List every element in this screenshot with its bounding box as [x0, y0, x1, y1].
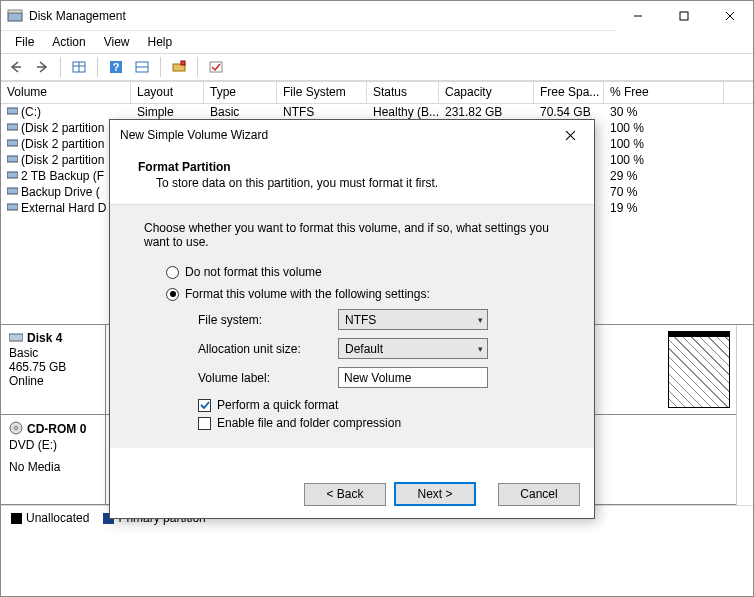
volume-icon [7, 105, 19, 119]
toolbar: ? [1, 53, 753, 81]
cancel-button[interactable]: Cancel [498, 483, 580, 506]
back-button[interactable]: < Back [304, 483, 386, 506]
svg-rect-18 [7, 108, 18, 114]
svg-rect-24 [7, 204, 18, 210]
check-icon[interactable] [205, 56, 227, 78]
svg-rect-0 [8, 13, 22, 21]
dialog-title: New Simple Volume Wizard [120, 128, 554, 142]
table-row[interactable]: (C:) Simple Basic NTFS Healthy (B... 231… [1, 104, 753, 120]
checkbox-compression[interactable]: Enable file and folder compression [198, 416, 566, 430]
col-layout[interactable]: Layout [131, 82, 204, 103]
menu-help[interactable]: Help [140, 33, 181, 51]
volume-icon [7, 185, 19, 199]
checkbox-label: Perform a quick format [217, 398, 338, 412]
label-volume-label: Volume label: [198, 371, 338, 385]
cell-type: Basic [204, 105, 277, 119]
cell-status: Healthy (B... [367, 105, 439, 119]
cell-volume: Backup Drive ( [21, 185, 100, 199]
chevron-down-icon: ▾ [478, 344, 483, 354]
volume-icon [7, 137, 19, 151]
cell-pctfree: 70 % [604, 185, 724, 199]
svg-rect-3 [680, 12, 688, 20]
col-volume[interactable]: Volume [1, 82, 131, 103]
dialog-instruction: Choose whether you want to format this v… [144, 221, 566, 249]
grid-icon[interactable] [68, 56, 90, 78]
svg-rect-21 [7, 156, 18, 162]
svg-rect-23 [7, 188, 18, 194]
disk-icon [9, 331, 23, 346]
disk-sub: DVD (E:) [9, 438, 97, 452]
cell-volume: (Disk 2 partition [21, 153, 104, 167]
radio-format[interactable]: Format this volume with the following se… [166, 287, 566, 301]
disk-status: Online [9, 374, 97, 388]
checkbox-icon [198, 399, 211, 412]
cell-pctfree: 100 % [604, 121, 724, 135]
checkbox-quick-format[interactable]: Perform a quick format [198, 398, 566, 412]
cell-free: 70.54 GB [534, 105, 604, 119]
minimize-button[interactable] [615, 1, 661, 31]
svg-point-27 [15, 427, 18, 430]
maximize-button[interactable] [661, 1, 707, 31]
dialog-heading: Format Partition [138, 160, 574, 174]
col-free[interactable]: Free Spa... [534, 82, 604, 103]
label-allocation: Allocation unit size: [198, 342, 338, 356]
window-title: Disk Management [29, 9, 615, 23]
cell-pctfree: 19 % [604, 201, 724, 215]
cell-pctfree: 30 % [604, 105, 724, 119]
dialog-subtitle: To store data on this partition, you mus… [156, 176, 574, 190]
select-filesystem[interactable]: NTFS ▾ [338, 309, 488, 330]
cell-fs: NTFS [277, 105, 367, 119]
svg-text:?: ? [113, 61, 120, 73]
svg-rect-25 [9, 334, 23, 341]
svg-rect-1 [8, 10, 22, 13]
select-value: Default [345, 342, 383, 356]
legend-unallocated: Unallocated [26, 511, 89, 525]
cell-volume: (Disk 2 partition [21, 137, 104, 151]
next-button[interactable]: Next > [394, 482, 476, 506]
back-icon[interactable] [5, 56, 27, 78]
cell-pctfree: 29 % [604, 169, 724, 183]
col-pctfree[interactable]: % Free [604, 82, 724, 103]
menu-view[interactable]: View [96, 33, 138, 51]
select-value: NTFS [345, 313, 376, 327]
disk-info-block[interactable]: CD-ROM 0 DVD (E:) No Media [1, 415, 105, 505]
volume-icon [7, 121, 19, 135]
forward-icon[interactable] [31, 56, 53, 78]
select-allocation[interactable]: Default ▾ [338, 338, 488, 359]
radio-label: Format this volume with the following se… [185, 287, 430, 301]
settings-icon[interactable] [168, 56, 190, 78]
cell-layout: Simple [131, 105, 204, 119]
dialog-close-button[interactable] [554, 122, 586, 148]
col-capacity[interactable]: Capacity [439, 82, 534, 103]
cell-capacity: 231.82 GB [439, 105, 534, 119]
col-filesystem[interactable]: File System [277, 82, 367, 103]
wizard-dialog: New Simple Volume Wizard Format Partitio… [109, 119, 595, 519]
dialog-buttons: < Back Next > Cancel [110, 470, 594, 518]
svg-rect-20 [7, 140, 18, 146]
col-status[interactable]: Status [367, 82, 439, 103]
radio-no-format[interactable]: Do not format this volume [166, 265, 566, 279]
unallocated-region[interactable] [668, 331, 730, 408]
layout-icon[interactable] [131, 56, 153, 78]
svg-rect-22 [7, 172, 18, 178]
titlebar: Disk Management [1, 1, 753, 31]
checkbox-icon [198, 417, 211, 430]
app-icon [7, 8, 23, 24]
disk-info-block[interactable]: Disk 4 Basic 465.75 GB Online [1, 325, 105, 415]
volume-icon [7, 169, 19, 183]
cell-volume: (C:) [21, 105, 41, 119]
help-icon[interactable]: ? [105, 56, 127, 78]
col-type[interactable]: Type [204, 82, 277, 103]
menu-file[interactable]: File [7, 33, 42, 51]
svg-rect-16 [181, 61, 185, 65]
radio-icon [166, 266, 179, 279]
close-button[interactable] [707, 1, 753, 31]
disk-size: 465.75 GB [9, 360, 97, 374]
disk-media: No Media [9, 460, 97, 474]
disk-title: Disk 4 [27, 331, 62, 345]
radio-label: Do not format this volume [185, 265, 322, 279]
vertical-scrollbar[interactable] [736, 325, 753, 505]
menu-action[interactable]: Action [44, 33, 93, 51]
volume-icon [7, 153, 19, 167]
input-volume-label[interactable] [338, 367, 488, 388]
